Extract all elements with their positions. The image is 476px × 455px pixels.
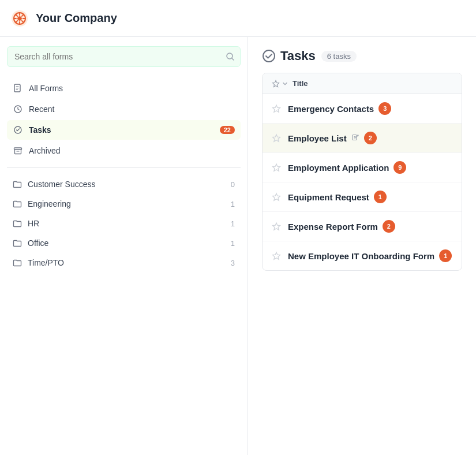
table-row[interactable]: Employee List 2 <box>263 124 462 153</box>
star-icon-row-0[interactable] <box>272 104 281 113</box>
main-layout: All Forms Recent Tasks <box>0 37 476 455</box>
row-badge-4: 2 <box>383 220 395 233</box>
row-badge-2: 9 <box>393 161 406 174</box>
star-icon-row-3[interactable] <box>272 192 281 202</box>
search-icon <box>226 52 235 61</box>
folder-customer-success-label: Customer Success <box>28 180 231 189</box>
row-title-5: New Employee IT Onboarding Form 1 <box>288 249 452 262</box>
table-sort-controls <box>272 80 288 88</box>
sidebar-item-recent-label: Recent <box>29 105 235 114</box>
tasks-count-badge: 6 tasks <box>321 51 357 62</box>
folder-item-engineering[interactable]: Engineering 1 <box>7 195 241 213</box>
row-title-3: Equipment Request 1 <box>288 191 452 203</box>
folder-icon-engineering <box>13 199 22 208</box>
table-row[interactable]: Emergency Contacts 3 <box>263 94 462 124</box>
doc-link-icon <box>351 134 359 142</box>
sidebar-item-archived-label: Archived <box>29 146 235 155</box>
folder-icon-office <box>13 238 22 248</box>
svg-point-7 <box>263 50 275 62</box>
sidebar-item-recent[interactable]: Recent <box>7 99 241 119</box>
star-icon-row-5[interactable] <box>272 251 281 260</box>
svg-rect-6 <box>14 148 22 150</box>
row-badge-1: 2 <box>364 132 377 144</box>
nav-section: All Forms Recent Tasks <box>7 79 241 161</box>
folder-customer-success-count: 0 <box>231 180 235 189</box>
sidebar-divider <box>7 167 241 168</box>
table-row[interactable]: Expense Report Form 2 <box>263 212 462 241</box>
row-badge-5: 1 <box>439 249 452 262</box>
row-badge-3: 1 <box>374 191 387 203</box>
star-icon-row-4[interactable] <box>272 222 281 231</box>
table-header-row: Title <box>263 73 462 94</box>
folder-icon-customer-success <box>13 180 22 189</box>
folder-icon-time-pto <box>13 258 22 267</box>
star-icon-row-1[interactable] <box>272 133 281 143</box>
folder-item-office[interactable]: Office 1 <box>7 234 241 252</box>
content-area: Tasks 6 tasks Title <box>248 37 476 455</box>
chevron-down-icon <box>282 81 288 87</box>
folder-hr-count: 1 <box>231 219 235 228</box>
folder-engineering-label: Engineering <box>28 199 231 208</box>
star-icon-header <box>272 80 280 88</box>
table-row[interactable]: Equipment Request 1 <box>263 182 462 212</box>
sidebar-item-all-forms-label: All Forms <box>29 84 235 93</box>
row-title-0: Emergency Contacts 3 <box>288 102 452 115</box>
header: Your Company <box>0 0 476 37</box>
folder-time-pto-count: 3 <box>231 259 235 267</box>
table-row[interactable]: Employment Application 9 <box>263 153 462 182</box>
star-icon-row-2[interactable] <box>272 163 281 172</box>
folder-hr-label: HR <box>28 219 231 228</box>
folder-section: Customer Success 0 Engineering 1 <box>7 175 241 272</box>
tasks-table: Title Emergency Contacts 3 <box>262 73 462 271</box>
sidebar-item-tasks[interactable]: Tasks 22 <box>7 120 241 140</box>
check-circle-icon <box>13 125 23 135</box>
folder-engineering-count: 1 <box>231 200 235 208</box>
table-row[interactable]: New Employee IT Onboarding Form 1 <box>263 241 462 270</box>
search-input[interactable] <box>7 46 241 67</box>
folder-item-hr[interactable]: HR 1 <box>7 214 241 233</box>
row-title-2: Employment Application 9 <box>288 161 452 174</box>
table-header-title: Title <box>293 79 308 88</box>
archive-icon <box>13 146 23 156</box>
sidebar-item-archived[interactable]: Archived <box>7 141 241 161</box>
clock-icon <box>13 104 23 114</box>
tasks-badge: 22 <box>220 126 235 134</box>
folder-time-pto-label: Time/PTO <box>28 258 231 267</box>
sidebar: All Forms Recent Tasks <box>0 37 248 455</box>
company-name: Your Company <box>36 12 117 25</box>
sidebar-item-tasks-label: Tasks <box>29 125 220 135</box>
row-title-4: Expense Report Form 2 <box>288 220 452 233</box>
search-box <box>7 46 241 67</box>
document-icon <box>13 83 23 94</box>
tasks-check-icon <box>262 49 276 63</box>
folder-office-count: 1 <box>231 239 235 248</box>
row-title-1: Employee List 2 <box>288 132 452 144</box>
sidebar-item-all-forms[interactable]: All Forms <box>7 79 241 98</box>
tasks-title: Tasks <box>280 49 316 64</box>
folder-item-customer-success[interactable]: Customer Success 0 <box>7 175 241 193</box>
folder-icon-hr <box>13 219 22 228</box>
tasks-header: Tasks 6 tasks <box>262 49 462 64</box>
row-badge-0: 3 <box>378 102 391 115</box>
company-logo <box>9 8 30 29</box>
folder-office-label: Office <box>28 238 231 248</box>
folder-item-time-pto[interactable]: Time/PTO 3 <box>7 253 241 272</box>
